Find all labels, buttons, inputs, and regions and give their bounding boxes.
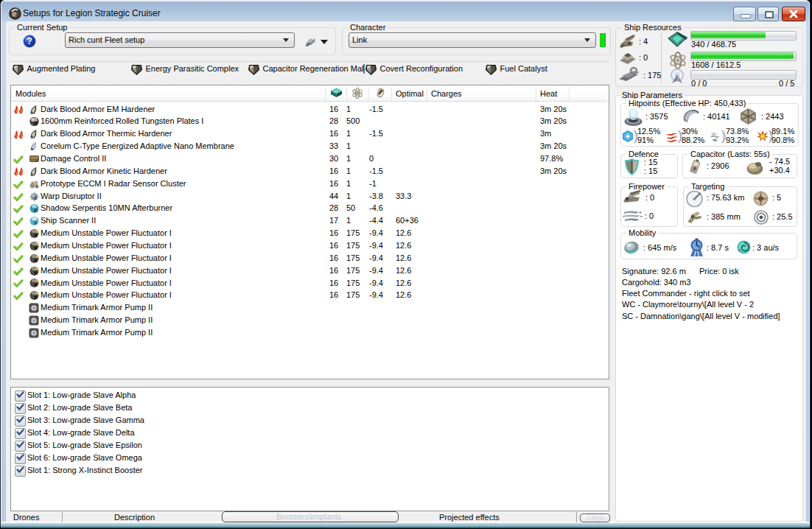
- svg-text:?: ?: [27, 36, 32, 46]
